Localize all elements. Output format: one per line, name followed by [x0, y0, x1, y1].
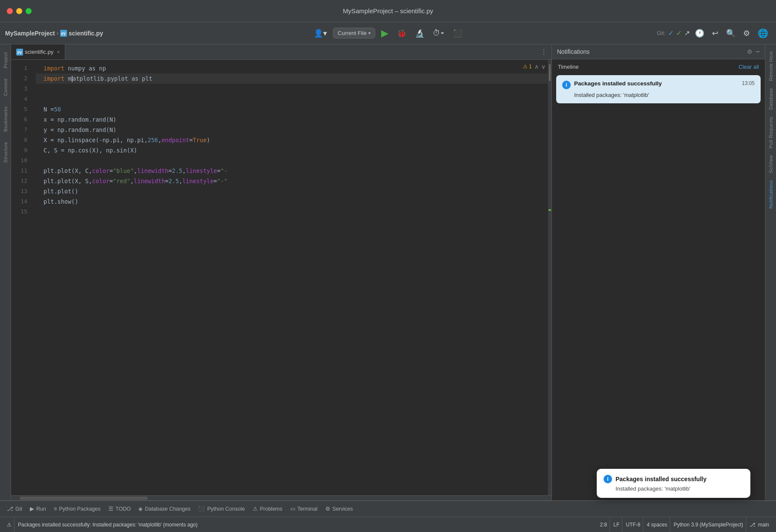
git-tool-icon: ⎇: [7, 506, 13, 512]
timeline-header: Timeline Clear all: [552, 59, 765, 73]
minimize-button[interactable]: [16, 8, 22, 14]
warning-count: ⚠ 1: [523, 64, 532, 70]
breadcrumb-separator: ›: [57, 30, 58, 36]
encoding: UTF-8: [626, 522, 640, 528]
code-editor[interactable]: 1 2 3 4 5 6 7 8 9 10 11 12 13 14 15 ⚠: [11, 60, 551, 495]
sidebar-item-project[interactable]: Project: [2, 47, 9, 73]
python-packages-button[interactable]: ≡ Python Packages: [50, 504, 104, 514]
run-config-dropdown[interactable]: Current File ▾: [333, 28, 375, 38]
git-history-button[interactable]: 🕐: [692, 27, 707, 40]
search-button[interactable]: 🔍: [723, 27, 738, 40]
git-tool-label: Git: [15, 506, 22, 512]
indent-section[interactable]: 4 spaces: [644, 517, 670, 532]
warning-nav-up-icon[interactable]: ∧: [534, 63, 539, 70]
run-button[interactable]: ▶: [379, 26, 391, 41]
cursor-position-section[interactable]: 2:8: [598, 517, 610, 532]
window-title: MySampleProject – scientific.py: [343, 7, 433, 15]
file-name[interactable]: scientific.py: [69, 30, 103, 37]
code-line-10: [36, 155, 551, 166]
problems-icon: ⚠: [253, 506, 258, 512]
git-checkmark-icon: ✓: [676, 29, 682, 37]
notifications-settings-icon[interactable]: ⚙: [747, 48, 753, 55]
scroll-thumb[interactable]: [549, 64, 551, 81]
line-num-2: 2: [11, 73, 27, 84]
services-button[interactable]: ⚙ Services: [322, 504, 356, 514]
terminal-label: Terminal: [298, 506, 318, 512]
run-tool-button[interactable]: ▶ Run: [26, 504, 50, 514]
scroll-marker: [548, 209, 551, 211]
services-icon: ⚙: [325, 506, 330, 512]
horizontal-scrollbar[interactable]: [11, 495, 551, 500]
line-num-5: 5: [11, 104, 27, 114]
close-button[interactable]: [7, 8, 13, 14]
indent: 4 spaces: [647, 522, 667, 528]
line-num-13: 13: [11, 186, 27, 196]
database-changes-button[interactable]: ◈ Database Changes: [135, 504, 194, 514]
line-ending-section[interactable]: LF: [611, 517, 622, 532]
line-num-9: 9: [11, 145, 27, 155]
code-line-8: X = np.linspace(-np.pi, np.pi, 256,endpo…: [36, 135, 551, 145]
status-bar: ⚠ Packages installed successfully: Insta…: [0, 517, 776, 532]
tab-scientific-py[interactable]: py scientific.py ×: [11, 44, 65, 59]
python-file-icon: py: [60, 30, 67, 37]
status-icon-section: ⚠: [4, 517, 15, 532]
coverage-button[interactable]: 🔬: [412, 27, 427, 40]
branch-icon: ⎇: [750, 522, 756, 528]
notification-card-body: Installed packages: 'matplotlib': [574, 92, 755, 98]
maximize-button[interactable]: [26, 8, 32, 14]
code-line-15: [36, 207, 551, 217]
tab-bar: py scientific.py × ⋮: [11, 44, 551, 60]
account-button[interactable]: 👤▾: [311, 27, 330, 40]
run-config-label: Current File: [338, 30, 367, 36]
sidebar-item-remote-host[interactable]: Remote Host: [767, 48, 774, 85]
ide-services-button[interactable]: 🌐: [755, 26, 771, 40]
clear-all-button[interactable]: Clear all: [738, 64, 759, 70]
profiler-button[interactable]: ⏱▾: [430, 27, 447, 39]
todo-label: TODO: [116, 506, 131, 512]
floating-notif-info-icon: i: [604, 475, 612, 483]
h-scrollbar-thumb[interactable]: [20, 497, 148, 500]
python-packages-icon: ≡: [54, 506, 57, 512]
project-name[interactable]: MySampleProject: [5, 30, 55, 37]
breadcrumb: MySampleProject › py scientific.py: [5, 30, 103, 37]
python-console-button[interactable]: ⬛ Python Console: [195, 504, 248, 514]
notification-time: 13:05: [742, 80, 755, 86]
notification-panel: Notifications ⚙ – Timeline Clear all i P…: [551, 44, 765, 500]
sidebar-item-notifications[interactable]: Notifications: [767, 177, 774, 212]
sidebar-item-bookmarks[interactable]: Bookmarks: [2, 101, 9, 137]
code-content[interactable]: ⚠ 1 ∧ ∨ import numpy as np import matplo…: [32, 60, 551, 495]
line-num-10: 10: [11, 155, 27, 166]
stop-button[interactable]: ⬛: [450, 27, 465, 40]
tab-menu-button[interactable]: ⋮: [536, 48, 551, 56]
code-line-3: [36, 84, 551, 94]
sidebar-item-commit[interactable]: Commit: [2, 73, 9, 101]
terminal-button[interactable]: ▭ Terminal: [287, 504, 321, 514]
right-sidebar: Remote Host Database Pull Requests SciVi…: [765, 44, 776, 500]
sidebar-item-sciview[interactable]: SciView: [767, 152, 774, 176]
git-push-icon[interactable]: ↗: [684, 29, 690, 37]
notifications-close-button[interactable]: –: [756, 48, 760, 56]
git-branch-section[interactable]: ⎇ main: [747, 517, 772, 532]
code-line-7: y = np.random.rand(N): [36, 125, 551, 135]
notifications-header: Notifications ⚙ –: [552, 44, 765, 59]
sidebar-item-structure[interactable]: Structure: [2, 137, 9, 168]
warning-nav-down-icon[interactable]: ∨: [541, 63, 546, 70]
python-version-section[interactable]: Python 3.9 (MySampleProject): [671, 517, 746, 532]
code-line-9: C, S = np.cos(X), np.sin(X): [36, 145, 551, 155]
git-rollback-button[interactable]: ↩: [709, 27, 721, 40]
floating-notif-title-text: Packages installed successfully: [616, 476, 706, 482]
traffic-lights: [7, 8, 32, 14]
todo-button[interactable]: ☰ TODO: [105, 504, 134, 514]
git-check-icon: ✓: [668, 29, 674, 37]
debug-button[interactable]: 🐞: [394, 27, 409, 40]
encoding-section[interactable]: UTF-8: [623, 517, 643, 532]
left-panel-labels: Project Commit Bookmarks Structure: [0, 44, 11, 500]
line-num-1: 1: [11, 63, 27, 73]
problems-button[interactable]: ⚠ Problems: [249, 504, 286, 514]
sidebar-item-database[interactable]: Database: [767, 85, 774, 113]
tab-close-button[interactable]: ×: [57, 49, 60, 55]
settings-button[interactable]: ⚙: [741, 27, 753, 40]
sidebar-item-pull-requests[interactable]: Pull Requests: [767, 113, 774, 152]
problems-label: Problems: [260, 506, 283, 512]
git-tool-button[interactable]: ⎇ Git: [3, 504, 26, 514]
